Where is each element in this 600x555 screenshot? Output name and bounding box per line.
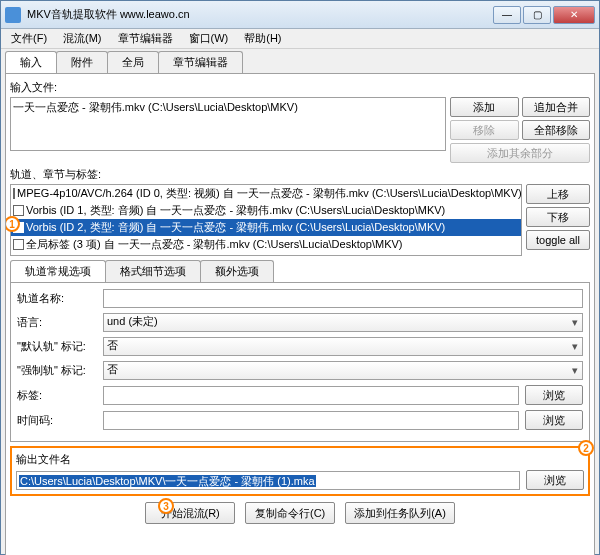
default-flag-select[interactable]: 否 [103, 337, 583, 356]
tracks-label: 轨道、章节与标签: [10, 167, 590, 182]
output-section: 2 输出文件名 C:\Users\Lucia\Desktop\MKV\一天一点爱… [10, 446, 590, 496]
menubar: 文件(F) 混流(M) 章节编辑器 窗口(W) 帮助(H) [1, 29, 599, 49]
close-button[interactable]: ✕ [553, 6, 595, 24]
maximize-button[interactable]: ▢ [523, 6, 551, 24]
remove-all-button[interactable]: 全部移除 [522, 120, 591, 140]
app-window: MKV音轨提取软件 www.leawo.cn — ▢ ✕ 文件(F) 混流(M)… [0, 0, 600, 555]
output-label: 输出文件名 [16, 452, 76, 467]
menu-window[interactable]: 窗口(W) [183, 29, 235, 48]
tab-body: 输入文件: 一天一点爱恋 - 梁朝伟.mkv (C:\Users\Lucia\D… [5, 73, 595, 555]
checkbox-icon[interactable] [13, 205, 24, 216]
tags-label: 标签: [17, 388, 97, 403]
window-title: MKV音轨提取软件 www.leawo.cn [27, 7, 493, 22]
track-list[interactable]: MPEG-4p10/AVC/h.264 (ID 0, 类型: 视频) 自 一天一… [10, 184, 522, 256]
annotation-2: 2 [578, 440, 594, 456]
timecode-input[interactable] [103, 411, 519, 430]
track-name-input[interactable] [103, 289, 583, 308]
output-browse-button[interactable]: 浏览 [526, 470, 584, 490]
add-other-button[interactable]: 添加其余部分 [450, 143, 590, 163]
default-flag-label: "默认轨" 标记: [17, 339, 97, 354]
forced-flag-label: "强制轨" 标记: [17, 363, 97, 378]
add-button[interactable]: 添加 [450, 97, 519, 117]
forced-flag-select[interactable]: 否 [103, 361, 583, 380]
language-label: 语言: [17, 315, 97, 330]
track-row[interactable]: MPEG-4p10/AVC/h.264 (ID 0, 类型: 视频) 自 一天一… [11, 185, 521, 202]
move-down-button[interactable]: 下移 [526, 207, 590, 227]
subtab-format[interactable]: 格式细节选项 [105, 260, 201, 282]
input-files-label: 输入文件: [10, 80, 590, 95]
output-path-input[interactable]: C:\Users\Lucia\Desktop\MKV\一天一点爱恋 - 梁朝伟 … [16, 471, 520, 490]
move-up-button[interactable]: 上移 [526, 184, 590, 204]
copy-cmd-button[interactable]: 复制命令行(C) [245, 502, 335, 524]
input-file-item[interactable]: 一天一点爱恋 - 梁朝伟.mkv (C:\Users\Lucia\Desktop… [13, 100, 443, 115]
track-name-label: 轨道名称: [17, 291, 97, 306]
titlebar: MKV音轨提取软件 www.leawo.cn — ▢ ✕ [1, 1, 599, 29]
tags-input[interactable] [103, 386, 519, 405]
menu-help[interactable]: 帮助(H) [238, 29, 287, 48]
language-select[interactable]: und (未定) [103, 313, 583, 332]
menu-file[interactable]: 文件(F) [5, 29, 53, 48]
append-button[interactable]: 追加合并 [522, 97, 591, 117]
timecode-label: 时间码: [17, 413, 97, 428]
input-file-list[interactable]: 一天一点爱恋 - 梁朝伟.mkv (C:\Users\Lucia\Desktop… [10, 97, 446, 151]
track-row-selected[interactable]: Vorbis (ID 2, 类型: 音频) 自 一天一点爱恋 - 梁朝伟.mkv… [11, 219, 521, 236]
tags-browse-button[interactable]: 浏览 [525, 385, 583, 405]
tab-global[interactable]: 全局 [107, 51, 159, 73]
track-options-panel: 轨道名称: 语言: und (未定) "默认轨" 标记: 否 "强制轨" 标记:… [10, 282, 590, 442]
subtab-extra[interactable]: 额外选项 [200, 260, 274, 282]
checkbox-icon[interactable] [13, 239, 24, 250]
menu-chapter-editor[interactable]: 章节编辑器 [112, 29, 179, 48]
main-tabs: 输入 附件 全局 章节编辑器 [5, 51, 595, 73]
remove-button[interactable]: 移除 [450, 120, 519, 140]
add-queue-button[interactable]: 添加到任务队列(A) [345, 502, 455, 524]
checkbox-icon[interactable] [13, 188, 15, 199]
toggle-all-button[interactable]: toggle all [526, 230, 590, 250]
timecode-browse-button[interactable]: 浏览 [525, 410, 583, 430]
track-row[interactable]: 全局标签 (3 项) 自 一天一点爱恋 - 梁朝伟.mkv (C:\Users\… [11, 236, 521, 253]
bottom-buttons: 3 开始混流(R) 复制命令行(C) 添加到任务队列(A) [10, 502, 590, 524]
subtab-general[interactable]: 轨道常规选项 [10, 260, 106, 282]
tab-attachments[interactable]: 附件 [56, 51, 108, 73]
menu-mux[interactable]: 混流(M) [57, 29, 108, 48]
app-icon [5, 7, 21, 23]
minimize-button[interactable]: — [493, 6, 521, 24]
track-row[interactable]: Vorbis (ID 1, 类型: 音频) 自 一天一点爱恋 - 梁朝伟.mkv… [11, 202, 521, 219]
tab-input[interactable]: 输入 [5, 51, 57, 73]
tab-chapter-editor[interactable]: 章节编辑器 [158, 51, 243, 73]
annotation-3: 3 [158, 498, 174, 514]
